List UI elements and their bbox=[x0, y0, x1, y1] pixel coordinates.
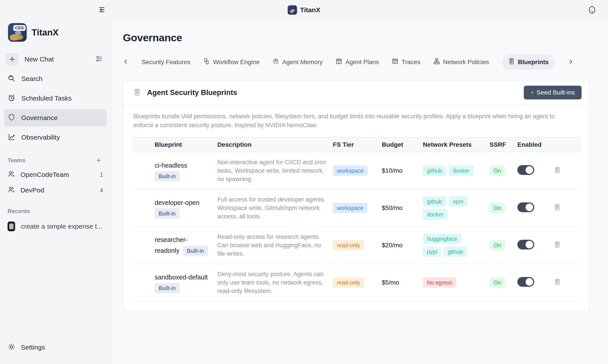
users-icon bbox=[8, 170, 15, 179]
plus-icon bbox=[6, 53, 19, 66]
profile-button[interactable] bbox=[586, 4, 598, 16]
blueprint-description: Read-only access for research agents. Ca… bbox=[217, 233, 329, 258]
network-presets: No egress bbox=[423, 277, 456, 288]
card-title: Agent Security Blueprints bbox=[147, 88, 237, 97]
team-count-badge: 1 bbox=[100, 171, 103, 178]
app-logo: CES bbox=[8, 23, 27, 42]
network-presets: githubdocker bbox=[423, 166, 473, 176]
sidebar-item-search[interactable]: Search bbox=[4, 70, 107, 88]
network-preset-badge: huggingface bbox=[423, 234, 461, 244]
workflow-icon bbox=[203, 58, 210, 66]
blueprint-description: Deny-most security posture. Agents can o… bbox=[217, 270, 329, 295]
builtin-badge: Built-in bbox=[155, 208, 180, 219]
ssrf-badge: On bbox=[490, 166, 505, 176]
recent-chat-item[interactable]: create a simple expense t... bbox=[4, 218, 107, 234]
chat-list-icon[interactable] bbox=[96, 55, 103, 64]
trace-chart-icon bbox=[392, 58, 399, 66]
details-icon[interactable] bbox=[554, 204, 561, 211]
scorpion-graphic bbox=[10, 31, 25, 40]
network-presets: huggingfacepypigithub bbox=[423, 234, 481, 257]
tab-agent-memory[interactable]: Agent Memory bbox=[272, 58, 323, 66]
budget-value: $50/mo bbox=[382, 204, 402, 211]
team-item-opencodeteam[interactable]: OpenCodeTeam 1 bbox=[4, 167, 107, 182]
clipboard-icon bbox=[133, 88, 141, 97]
table-row: sandboxed-defaultBuilt-inDeny-most secur… bbox=[132, 264, 581, 301]
tab-agent-plans[interactable]: Agent Plans bbox=[336, 58, 379, 66]
blueprint-name: sandboxed-default bbox=[155, 274, 208, 281]
details-icon[interactable] bbox=[554, 279, 561, 285]
enabled-toggle[interactable] bbox=[517, 165, 534, 175]
enabled-toggle[interactable] bbox=[517, 277, 534, 287]
head-memory-icon bbox=[272, 58, 279, 66]
tab-security-features[interactable]: Security Features bbox=[141, 59, 190, 66]
tabs-scroll-left-button[interactable] bbox=[123, 59, 129, 65]
table-header-row: Blueprint Description FS Tier Budget Net… bbox=[132, 137, 581, 152]
tabs-scroll-right-button[interactable] bbox=[568, 59, 574, 65]
sidebar-item-new-chat[interactable]: New Chat bbox=[4, 51, 107, 68]
tab-blueprints[interactable]: Blueprints bbox=[502, 54, 555, 70]
col-fs-tier: FS Tier bbox=[333, 137, 382, 152]
network-preset-badge: npm bbox=[449, 196, 468, 207]
seed-built-ins-button[interactable]: + Seed Built-ins bbox=[524, 86, 581, 99]
network-preset-badge: No egress bbox=[423, 277, 456, 288]
ssrf-badge: On bbox=[490, 277, 505, 288]
chat-avatar-icon bbox=[8, 221, 15, 231]
network-tree-icon bbox=[433, 58, 440, 66]
tab-workflow-engine[interactable]: Workflow Engine bbox=[203, 58, 260, 66]
col-description: Description bbox=[217, 137, 333, 152]
card-description: Blueprints bundle IAM permissions, netwo… bbox=[123, 105, 589, 131]
budget-value: $20/mo bbox=[382, 242, 402, 248]
builtin-badge: Built-in bbox=[155, 283, 180, 293]
sidebar-item-settings[interactable]: Settings bbox=[4, 339, 107, 355]
team-item-devpod[interactable]: DevPod 4 bbox=[4, 182, 107, 198]
sidebar-item-observability[interactable]: Observability bbox=[4, 129, 107, 146]
fs-tier-badge: workspace bbox=[333, 166, 368, 176]
plus-icon: + bbox=[530, 89, 534, 96]
blueprint-name: researcher-readonly bbox=[155, 236, 188, 254]
governance-tabs: Security Features Workflow Engine Agent … bbox=[123, 54, 595, 70]
enabled-toggle[interactable] bbox=[517, 202, 534, 212]
collapse-sidebar-button[interactable] bbox=[96, 4, 108, 16]
team-count-badge: 4 bbox=[100, 187, 103, 194]
network-preset-badge: docker bbox=[449, 166, 473, 176]
sidebar-item-scheduled-tasks[interactable]: Scheduled Tasks bbox=[4, 90, 107, 107]
calendar-check-icon bbox=[336, 58, 342, 66]
details-icon[interactable] bbox=[554, 167, 561, 173]
chevron-left-icon bbox=[123, 59, 129, 65]
collapse-sidebar-icon bbox=[98, 6, 106, 14]
app-name: TitanX bbox=[32, 27, 59, 38]
builtin-badge: Built-in bbox=[183, 246, 208, 256]
tab-traces[interactable]: Traces bbox=[392, 58, 420, 66]
network-preset-badge: pypi bbox=[423, 247, 441, 257]
table-row: developer-openBuilt-inFull access for tr… bbox=[132, 189, 581, 227]
table-row: ci-headlessBuilt-inNon-interactive agent… bbox=[132, 152, 581, 189]
enabled-toggle[interactable] bbox=[517, 240, 534, 249]
gear-icon bbox=[8, 343, 15, 352]
col-network-presets: Network Presets bbox=[423, 137, 490, 152]
budget-value: $10/mo bbox=[382, 167, 402, 174]
page-title: Governance bbox=[123, 31, 595, 44]
details-icon[interactable] bbox=[554, 241, 561, 248]
builtin-badge: Built-in bbox=[155, 171, 180, 181]
egg-icon bbox=[589, 6, 595, 14]
chevron-right-icon bbox=[568, 59, 574, 65]
fs-tier-badge: read-only bbox=[333, 277, 364, 288]
fs-tier-badge: read-only bbox=[333, 240, 364, 250]
fs-tier-badge: workspace bbox=[333, 203, 368, 213]
network-preset-badge: github bbox=[423, 166, 446, 176]
add-team-button[interactable] bbox=[94, 156, 103, 165]
ssrf-badge: On bbox=[490, 240, 505, 250]
blueprint-description: Full access for trusted developer agents… bbox=[217, 195, 329, 221]
col-blueprint: Blueprint bbox=[132, 137, 217, 152]
network-preset-badge: github bbox=[444, 247, 467, 257]
col-enabled: Enabled bbox=[517, 137, 554, 152]
sidebar-nav: New Chat Search Scheduled Ta bbox=[4, 51, 107, 146]
network-presets: githubnpmdocker bbox=[423, 196, 481, 220]
sidebar-item-governance[interactable]: Governance bbox=[4, 109, 107, 127]
alarm-clock-icon bbox=[8, 94, 15, 103]
window-title: TitanX bbox=[300, 6, 320, 14]
blueprint-doc-icon bbox=[508, 58, 515, 66]
shield-icon bbox=[8, 113, 15, 122]
tab-network-policies[interactable]: Network Policies bbox=[433, 58, 489, 66]
line-chart-icon bbox=[8, 133, 15, 142]
